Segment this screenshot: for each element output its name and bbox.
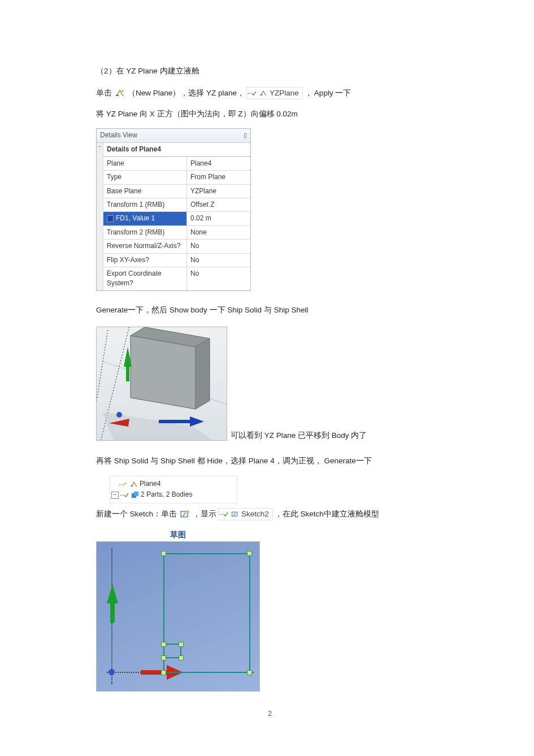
prop-val[interactable]: 0.02 m — [187, 211, 250, 225]
text: 单击 — [96, 88, 112, 99]
expand-toggle[interactable]: − — [111, 492, 119, 499]
svg-rect-9 — [159, 420, 190, 423]
prop-key: Reverse Normal/Z-Axis? — [103, 239, 187, 253]
yzplane-tree-item: YZPlane — [246, 87, 303, 99]
paragraph-offset: 将 YZ Plane 向 X 正方（图中为法向，即 Z）向偏移 0.02m — [96, 108, 444, 120]
plane-icon — [130, 480, 138, 488]
prop-key: Transform 2 (RMB) — [103, 225, 187, 239]
prop-val[interactable]: No — [187, 239, 250, 253]
prop-key: Base Plane — [103, 184, 187, 198]
sketch-title: 草图 — [96, 529, 260, 541]
viewport-caption: 可以看到 YZ Plane 已平移到 Body 内了 — [231, 430, 367, 441]
svg-point-5 — [116, 412, 122, 418]
svg-marker-10 — [190, 416, 204, 427]
prop-key: Export Coordinate System? — [103, 267, 187, 290]
prop-key-selected[interactable]: FD1, Value 1 — [103, 211, 187, 225]
tree-connector-icon — [120, 490, 129, 499]
details-header: Details of Plane4 — [103, 143, 250, 157]
plane-icon — [259, 89, 267, 97]
step-heading: （2）在 YZ Plane 内建立液舱 — [96, 66, 444, 77]
svg-point-15 — [186, 510, 189, 513]
text: （New Plane），选择 YZ plane， — [128, 88, 245, 99]
parts-icon — [131, 491, 139, 499]
text: ，在此 Sketch中建立液舱模型 — [275, 509, 379, 520]
paragraph-new-sketch: 新建一个 Sketch：单击 ，显示 Sketch2 ，在此 Sketch中建立… — [96, 508, 444, 520]
tree-connector-icon — [220, 510, 229, 519]
prop-val[interactable]: No — [187, 267, 250, 290]
text: ，显示 — [193, 509, 216, 520]
prop-key: Flip XY-Axes? — [103, 253, 187, 267]
text: ， Apply 一下 — [305, 88, 351, 99]
pin-icon[interactable]: ▯ — [244, 131, 247, 140]
new-plane-icon — [114, 88, 126, 98]
details-view-title: Details View ▯ — [97, 129, 250, 142]
svg-rect-18 — [110, 602, 115, 623]
svg-marker-2 — [131, 336, 196, 409]
paragraph-new-plane: 单击 （New Plane），选择 YZ plane， YZPlane ， Ap… — [96, 87, 444, 99]
svg-rect-13 — [134, 492, 138, 496]
tree-connector-icon — [119, 480, 128, 489]
svg-point-11 — [125, 483, 127, 485]
new-sketch-icon — [179, 509, 191, 519]
prop-val[interactable]: None — [187, 225, 250, 239]
origin-point-icon — [108, 669, 115, 675]
prop-key: Transform 1 (RMB) — [103, 198, 187, 211]
prop-val[interactable]: Plane4 — [187, 157, 250, 170]
tree-connector-icon — [248, 89, 257, 98]
paragraph-hide-plane: 再将 Ship Solid 与 Ship Shell 都 Hide，选择 Pla… — [96, 455, 444, 467]
tree-label: Plane4 — [140, 479, 160, 489]
collapse-toggle[interactable]: − — [97, 143, 103, 157]
tree-item-plane4[interactable]: Plane4 — [119, 479, 232, 489]
sketch-label: Sketch2 — [241, 509, 269, 520]
prop-val[interactable]: From Plane — [187, 170, 250, 184]
svg-marker-17 — [107, 584, 118, 603]
prop-key-label: FD1, Value 1 — [116, 214, 155, 223]
page-number: 2 — [96, 709, 444, 719]
details-view-title-label: Details View — [100, 131, 137, 140]
prop-key: Type — [103, 170, 187, 184]
model-tree: Plane4 − 2 Parts, 2 Bodies — [110, 476, 237, 503]
prop-val[interactable]: Offset Z — [187, 198, 250, 211]
tree-label: 2 Parts, 2 Bodies — [141, 490, 192, 499]
y-axis-arrow-icon — [106, 584, 119, 624]
viewport-sketch[interactable] — [96, 541, 260, 692]
prop-key: Plane — [103, 157, 187, 170]
selected-square-icon — [107, 215, 114, 222]
details-view-panel: Details View ▯ − Details of Plane4 Plane… — [96, 128, 251, 291]
sketch-tree-item: Sketch2 — [218, 508, 273, 520]
svg-point-0 — [121, 90, 124, 92]
viewport-3d[interactable] — [96, 327, 227, 441]
paragraph-generate-showbody: Generate一下，然后 Show body 一下 Ship Solid 与 … — [96, 305, 444, 316]
sketch-icon — [231, 510, 239, 518]
text: 新建一个 Sketch：单击 — [96, 509, 177, 520]
tree-item-parts[interactable]: − 2 Parts, 2 Bodies — [111, 489, 232, 500]
prop-val[interactable]: YZPlane — [187, 184, 250, 198]
prop-val[interactable]: No — [187, 253, 250, 267]
yzplane-label: YZPlane — [270, 88, 299, 99]
svg-marker-4 — [196, 338, 210, 409]
svg-rect-7 — [126, 366, 129, 381]
